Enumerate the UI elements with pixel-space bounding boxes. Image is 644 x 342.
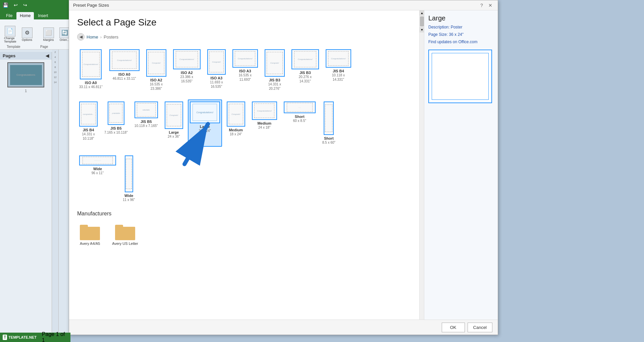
thumb-congrats-text: - - - - - - - xyxy=(94,159,101,161)
size-thumb-inner: - - - - - - - xyxy=(83,157,113,164)
thumb-congrats-text: yratulatio xyxy=(112,112,120,114)
size-dims: 16.535 x11.693" xyxy=(239,73,252,82)
size-thumb-inner xyxy=(126,159,132,189)
folder-tab xyxy=(80,225,88,228)
size-thumb-wide-landscape: - - - - - - - xyxy=(79,155,116,165)
size-iso-a2-landscape[interactable]: Congratulations! ISO A2 23.386 x16.535" xyxy=(171,47,203,93)
size-label: Wide xyxy=(124,194,133,198)
breadcrumb-current: Posters xyxy=(104,35,118,40)
size-thumb-short-wide: ····· xyxy=(284,101,316,113)
manufacturer-avery-us-letter[interactable]: Avery US Letter xyxy=(109,221,141,248)
breadcrumb-back-btn[interactable]: ◀ xyxy=(77,33,85,41)
size-jis-b5-portrait[interactable]: yratulatio JIS B5 7.165 x 10.118" xyxy=(102,99,130,147)
folder-body xyxy=(80,227,100,240)
size-iso-a3-portrait[interactable]: Congrats! ISO A3 11.693 x16.535" xyxy=(205,47,228,93)
size-iso-a3-landscape[interactable]: Congratulations! ISO A3 16.535 x11.693" xyxy=(230,47,260,93)
size-thumb-inner: Congrats! xyxy=(209,52,224,72)
save-icon[interactable]: 💾 xyxy=(3,2,8,8)
change-template-btn[interactable]: 📄 ChangeTemplate xyxy=(3,24,18,45)
size-dims: 11.693 x16.535" xyxy=(210,80,223,89)
size-label: JIS B3 xyxy=(300,71,311,75)
breadcrumb-home[interactable]: Home xyxy=(87,35,98,40)
thumb-congrats-text: Congratulations! xyxy=(331,58,346,60)
pages-panel-collapse[interactable]: ◀ xyxy=(46,53,49,58)
ok-button[interactable]: OK xyxy=(442,323,465,332)
dialog-title-text: Preset Page Sizes xyxy=(73,3,109,8)
thumb-congrats-text: Congratulations! xyxy=(196,111,213,114)
size-short-tall[interactable]: Short 8.5 x 60" xyxy=(320,99,337,147)
size-label: JIS B5 xyxy=(110,126,122,130)
margins-btn[interactable]: ⬜ Margins xyxy=(42,26,55,43)
redo-icon[interactable]: ↪ xyxy=(23,2,27,8)
undo-icon[interactable]: ↩ xyxy=(14,2,18,8)
size-jis-b5-landscape[interactable]: ratulatio JIS B5 10.118 x 7.165" xyxy=(132,99,160,147)
size-jis-b3-portrait[interactable]: Congrats! JIS B3 14.331 x20.276" xyxy=(263,47,287,93)
status-bar: T TEMPLATE.NET Page 1 of 1 xyxy=(0,333,70,342)
scroll-thumb[interactable] xyxy=(420,16,424,26)
size-thumb-inner: Congratulations! xyxy=(328,51,348,66)
size-jis-b4-landscape[interactable]: Congratulations! JIS B4 10.118 x14.331" xyxy=(324,47,353,93)
template-section-label: Template xyxy=(7,45,20,49)
size-dims: 24 x 18" xyxy=(258,125,270,130)
tab-insert[interactable]: Insert xyxy=(35,12,51,19)
size-iso-a2-portrait[interactable]: Congrats! ISO A2 16.535 x23.386" xyxy=(144,47,168,93)
dialog-scrollbar[interactable]: ▲ ▼ xyxy=(419,10,424,335)
thumb-congrats-text: Congratulations! xyxy=(238,58,253,60)
size-jis-b3-landscape[interactable]: Congratulations! JIS B3 20.276 x14.331" xyxy=(289,47,321,93)
size-label: ISO A2 xyxy=(181,71,193,75)
main-scroll-area[interactable]: Select a Page Size ◀ Home › Posters Cong… xyxy=(69,10,419,335)
page-thumb-inner: Congratulations xyxy=(10,65,42,85)
dialog-help-btn[interactable]: ? xyxy=(478,2,485,9)
tab-file[interactable]: File xyxy=(3,12,16,19)
size-thumb-jis-b4-portrait: congratula... xyxy=(79,101,98,127)
size-iso-a0-landscape[interactable]: Congratulations! ISO A0 46.811 x 33.11" xyxy=(107,47,142,93)
size-iso-a0-portrait[interactable]: Congratulations! ISO A0 33.11 x 46.811" xyxy=(77,47,105,93)
size-dims: 20.276 x14.331" xyxy=(299,75,312,83)
options-btn[interactable]: ⚙ Options xyxy=(20,26,34,43)
cancel-button[interactable]: Cancel xyxy=(468,323,492,332)
size-thumb-inner xyxy=(325,105,332,132)
manufacturer-label: Avery A4/A5 xyxy=(80,242,100,246)
size-thumb-iso-a2-portrait: Congrats! xyxy=(146,49,166,77)
size-thumb-inner: congratula... xyxy=(81,104,96,124)
size-wide-landscape[interactable]: - - - - - - - Wide 96 x 11" xyxy=(77,153,118,204)
size-thumb-inner: yratulatio xyxy=(109,104,122,123)
size-thumb-jis-b3-portrait: Congrats! xyxy=(265,49,285,77)
size-medium-landscape[interactable]: Congratulations! Medium 24 x 18" xyxy=(250,99,279,147)
size-medium-portrait[interactable]: Congrats! Medium 18 x 24" xyxy=(225,99,247,147)
status-text: Page 1 of 1 xyxy=(42,331,68,342)
right-panel-office-link[interactable]: Find updates on Office.com xyxy=(428,40,494,44)
size-label: Large xyxy=(169,130,179,134)
manufacturer-avery-a4-a5[interactable]: Avery A4/A5 xyxy=(77,221,103,248)
size-thumb-inner: Congratulations! xyxy=(112,52,137,69)
dialog-close-btn[interactable]: ✕ xyxy=(487,2,494,9)
thumb-congrats-text: Congrats! xyxy=(152,62,161,64)
scroll-top-btn[interactable]: ▲ xyxy=(420,10,424,16)
pages-panel-title: Pages xyxy=(3,53,15,58)
thumb-congrats-text: Congratulations! xyxy=(84,63,98,65)
size-thumb-large-portrait: Congrats! xyxy=(165,101,183,129)
tab-home[interactable]: Home xyxy=(16,12,34,19)
right-panel: Large Description: Poster Page Size: 36 … xyxy=(424,10,498,335)
size-thumb-large-landscape: Congratulations! xyxy=(190,101,220,123)
size-dims: 18 x 24" xyxy=(230,132,242,136)
ruler-mark: 12 xyxy=(52,75,58,80)
thumb-congrats-text: Congrats! xyxy=(231,113,240,115)
thumb-congrats-text: Congratulations! xyxy=(257,110,272,112)
thumb-congrats-text: Congrats! xyxy=(270,62,279,64)
size-thumb-inner: Congratulations! xyxy=(254,104,274,118)
orientation-icon: 🔄 xyxy=(59,27,70,38)
size-thumb-iso-a3-portrait: Congrats! xyxy=(207,49,226,75)
ruler-mark: 10 xyxy=(52,70,58,75)
size-dims: 60 x 8.5" xyxy=(293,119,306,123)
size-thumb-iso-a3-landscape: Congratulations! xyxy=(232,49,258,68)
size-thumb-inner: Congrats! xyxy=(267,52,283,74)
scroll-bottom-btn[interactable]: ▼ xyxy=(420,27,424,32)
page-thumbnail[interactable]: Congratulations xyxy=(7,62,44,87)
size-short-wide[interactable]: ····· Short 60 x 8.5" xyxy=(282,99,318,147)
size-large-portrait[interactable]: Congrats! Large 24 x 36" xyxy=(163,99,185,147)
scroll-track xyxy=(420,16,424,26)
size-large-landscape[interactable]: Congratulations! Large 36 x 24" xyxy=(188,99,222,147)
size-wide-tall[interactable]: Wide 11 x 96" xyxy=(121,153,137,204)
size-jis-b4-portrait[interactable]: congratula... JIS B4 14.331 x10.118" xyxy=(77,99,100,147)
